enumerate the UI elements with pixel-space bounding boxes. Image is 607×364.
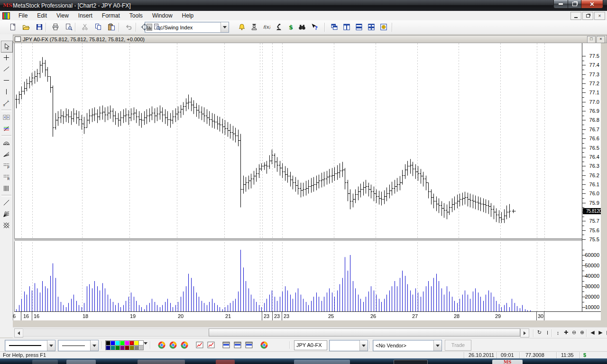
menu-tools[interactable]: Tools — [125, 11, 147, 20]
cut-button[interactable] — [79, 21, 91, 33]
hscroll-right-arrow[interactable] — [520, 328, 529, 337]
tool-gann-fan[interactable] — [1, 209, 12, 219]
taskbar-item[interactable] — [32, 360, 58, 364]
crosshair-target-button[interactable] — [138, 21, 150, 33]
menu-insert[interactable]: Insert — [74, 11, 97, 20]
layout-window-2-button[interactable] — [232, 340, 243, 350]
menu-help[interactable]: Help — [177, 11, 199, 20]
print-preview-button[interactable] — [63, 21, 74, 33]
refresh-button[interactable]: ↻ — [535, 328, 543, 337]
chart-window-title-bar[interactable]: JPY A0-FX (75.812, 75.812, 75.812, 75.81… — [13, 35, 607, 43]
explorer-button[interactable] — [273, 21, 285, 33]
taskbar-item[interactable] — [294, 360, 350, 364]
taskbar-item[interactable] — [138, 360, 185, 364]
tool-horizontal-line[interactable] — [1, 75, 12, 86]
pane-divider[interactable] — [14, 238, 582, 241]
zoom-out-button[interactable]: ⊖ — [570, 328, 578, 337]
child-close-button[interactable]: × — [594, 12, 605, 20]
menu-view[interactable]: View — [52, 11, 74, 20]
chart-list-button[interactable]: ▤ — [605, 328, 607, 337]
close-button[interactable]: ✕ — [581, 0, 603, 9]
save-button[interactable] — [33, 21, 45, 33]
tool-crosshair[interactable] — [1, 52, 12, 63]
move-all-button[interactable]: ✚ — [562, 328, 570, 337]
layout-window-3-button[interactable] — [244, 340, 254, 350]
hscroll-thumb[interactable] — [209, 328, 520, 337]
tool-fibonacci-arcs[interactable] — [1, 137, 12, 148]
tool-retracement-r[interactable]: R — [1, 172, 12, 182]
tool-gann-grid[interactable] — [1, 220, 12, 231]
line-style-combo[interactable] — [5, 340, 55, 351]
tile-grid-button[interactable] — [365, 21, 377, 33]
tool-projection-p[interactable]: P — [1, 160, 12, 171]
tool-equis-lines[interactable] — [1, 123, 12, 134]
line-weight-combo[interactable] — [58, 340, 99, 351]
tool-pointer[interactable] — [1, 41, 13, 53]
child-minimize-button[interactable] — [570, 12, 581, 20]
expert-advisor-button[interactable] — [248, 21, 260, 33]
zoom-in-button[interactable]: ⊕ — [578, 328, 586, 337]
ibeam-button[interactable]: I — [543, 328, 552, 337]
menu-format[interactable]: Format — [97, 11, 125, 20]
undo-button[interactable] — [122, 21, 134, 33]
copy-button[interactable] — [92, 21, 104, 33]
tool-speed-line[interactable] — [1, 197, 12, 208]
next-chart-button[interactable]: ▶ — [597, 328, 605, 337]
tile-horizontal-button[interactable] — [353, 21, 365, 33]
alert-button[interactable] — [236, 21, 248, 33]
tool-trendline[interactable] — [1, 64, 12, 74]
menu-edit[interactable]: Edit — [32, 11, 52, 20]
menu-window[interactable]: Window — [147, 11, 177, 20]
minimize-button[interactable] — [553, 0, 568, 9]
symbol-field[interactable]: JPY A0-FX — [294, 340, 327, 350]
tool-vertical-line[interactable] — [1, 86, 12, 97]
chart-plot-area[interactable] — [15, 43, 582, 311]
taskbar-item-metastock[interactable]: MS — [492, 360, 523, 364]
zoom-page-button[interactable] — [151, 21, 163, 33]
tool-trendline-angle[interactable]: SL — [1, 98, 12, 109]
help-pointer-button[interactable]: ? — [308, 21, 320, 33]
globe-chart-4-button[interactable] — [259, 340, 269, 350]
child-restore-button[interactable] — [582, 12, 593, 20]
online-dollar-button[interactable]: $ — [285, 21, 296, 33]
trade-button[interactable]: Trade — [445, 340, 471, 351]
hscroll-left-arrow[interactable] — [14, 328, 23, 337]
vertical-resize-button[interactable]: ↕ — [554, 328, 562, 337]
tool-time-zones[interactable] — [1, 183, 12, 194]
tile-vertical-button[interactable] — [340, 21, 352, 33]
layout-window-1-button[interactable] — [221, 340, 231, 350]
paste-button[interactable] — [105, 21, 117, 33]
menu-file[interactable]: File — [14, 11, 32, 20]
app-title-bar[interactable]: MS MetaStock Professional - [Chart2 - JP… — [0, 0, 607, 11]
taskbar-item[interactable] — [216, 360, 235, 364]
cascade-windows-button[interactable] — [328, 21, 340, 33]
taskbar-item[interactable] — [66, 360, 96, 364]
workspace-button[interactable] — [377, 21, 389, 33]
line-weight-arrow[interactable] — [90, 340, 98, 351]
vendor-combo[interactable]: <No Vendor> — [373, 340, 442, 351]
mini-chart-1-button[interactable] — [194, 340, 205, 350]
print-button[interactable] — [49, 21, 61, 33]
globe-chart-3-button[interactable] — [179, 340, 190, 350]
chart-close-button[interactable]: × — [597, 36, 605, 43]
mini-chart-2-button[interactable] — [206, 340, 216, 350]
prev-chart-button[interactable]: ◀ — [589, 328, 597, 337]
new-button[interactable] — [7, 21, 18, 33]
globe-chart-2-button[interactable] — [168, 340, 178, 350]
chart-system-menu-icon[interactable] — [2, 12, 10, 19]
period-combo-arrow[interactable] — [359, 340, 368, 351]
tool-fibonacci-fan[interactable] — [1, 149, 12, 160]
tool-scroll-arrows[interactable] — [1, 112, 12, 123]
indicator-fx-button[interactable]: f(x) — [260, 21, 272, 33]
indicator-quicklist-arrow[interactable] — [221, 22, 229, 32]
search-binoculars-button[interactable] — [296, 21, 308, 33]
taskbar-item[interactable] — [394, 360, 428, 364]
open-button[interactable] — [20, 21, 32, 33]
period-combo[interactable] — [329, 340, 368, 351]
globe-chart-1-button[interactable] — [156, 340, 167, 350]
color-swatch-c0c0c0[interactable] — [138, 345, 144, 350]
color-palette-arrow[interactable] — [144, 342, 147, 345]
chart-maximize-button[interactable]: □ — [587, 36, 596, 43]
line-style-arrow[interactable] — [47, 340, 55, 351]
restore-button[interactable] — [568, 0, 581, 9]
